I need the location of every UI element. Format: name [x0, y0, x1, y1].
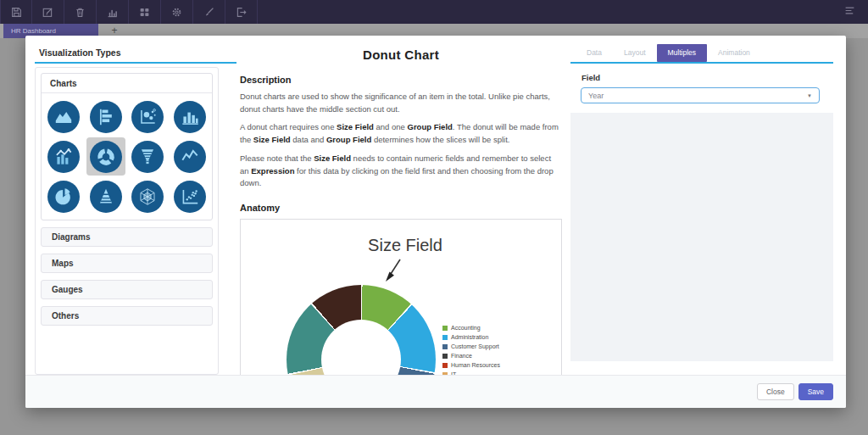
description-heading: Description — [240, 75, 562, 85]
edit-icon — [42, 6, 54, 19]
legend-item: Finance — [442, 351, 500, 360]
settings-tabs: DataLayoutMultiplesAnimation — [570, 39, 833, 64]
field-select-value: Year — [588, 92, 807, 100]
toolbar-icons — [0, 0, 258, 24]
panel-title: Visualization Types — [39, 47, 239, 58]
legend-swatch — [442, 363, 448, 368]
close-button[interactable]: Close — [757, 383, 794, 400]
legend-label: Human Resources — [451, 362, 500, 368]
bar-chart-icon — [106, 6, 119, 19]
grid-icon — [138, 6, 151, 19]
chart-type-scatter-chart[interactable] — [170, 177, 209, 215]
chart-type-pyramid-chart[interactable] — [86, 177, 125, 215]
top-toolbar — [0, 0, 868, 24]
panel-title-underline — [35, 62, 236, 64]
brush-button[interactable] — [193, 0, 225, 24]
legend-swatch — [442, 354, 448, 359]
pyramid-chart-icon — [90, 181, 122, 213]
combo-chart-icon — [47, 141, 80, 173]
callout-arrow-icon — [381, 259, 403, 284]
visualization-dialog: Visualization Types Charts DiagramsMapsG… — [25, 36, 846, 408]
sign-out-icon — [235, 6, 248, 19]
field-select[interactable]: Year ▼ — [581, 87, 820, 103]
gear-icon — [170, 6, 183, 19]
field-label: Field — [581, 73, 833, 82]
chart-type-combo-chart[interactable] — [44, 137, 83, 176]
section-maps[interactable]: Maps — [41, 254, 213, 273]
charts-section: Charts — [41, 73, 213, 220]
tab-animation[interactable]: Animation — [707, 44, 761, 62]
list-icon — [843, 4, 856, 20]
line-chart-icon — [174, 141, 206, 173]
legend-label: Accounting — [451, 325, 481, 331]
collapsed-sections: DiagramsMapsGaugesOthers — [41, 227, 213, 326]
save-button[interactable] — [0, 0, 32, 24]
chart-type-horizontal-bar-chart[interactable] — [86, 98, 125, 136]
description-paragraph: A donut chart requires one Size Field an… — [240, 121, 562, 146]
chart-type-column-chart[interactable] — [170, 98, 209, 136]
legend-label: Administration — [451, 334, 488, 340]
visualization-types-card: Charts DiagramsMapsGaugesOthers — [35, 67, 219, 375]
charts-section-header[interactable]: Charts — [42, 74, 212, 93]
list-icon — [843, 4, 856, 17]
horizontal-bar-chart-icon — [90, 101, 122, 133]
scatter-chart-icon — [174, 181, 206, 213]
radar-chart-icon — [131, 181, 164, 213]
legend-swatch — [442, 344, 448, 349]
brush-icon — [203, 6, 215, 19]
description-paragraph: Please note that the Size Field needs to… — [240, 153, 562, 190]
section-others[interactable]: Others — [41, 306, 213, 326]
legend-item: Human Resources — [442, 360, 500, 370]
chart-type-funnel-chart[interactable] — [128, 137, 167, 176]
chart-type-donut-chart[interactable] — [86, 137, 125, 176]
chart-type-grid — [42, 93, 212, 220]
chart-settings-panel: DataLayoutMultiplesAnimation Field Year … — [570, 39, 833, 361]
tab-data[interactable]: Data — [576, 44, 613, 62]
section-gauges[interactable]: Gauges — [41, 280, 213, 299]
donut-chart-icon — [90, 141, 122, 173]
chart-info-panel: Donut Chart Description Donut charts are… — [240, 36, 562, 404]
size-field-callout-label: Size Field — [368, 236, 442, 255]
save-icon — [10, 6, 23, 19]
gear-button[interactable] — [161, 0, 193, 24]
column-chart-icon — [174, 101, 206, 133]
chart-type-radar-chart[interactable] — [128, 177, 167, 215]
trash-button[interactable] — [64, 0, 97, 24]
legend-item: Customer Support — [442, 342, 500, 351]
dialog-footer: Close Save — [25, 375, 846, 408]
trash-icon — [74, 6, 86, 19]
chart-type-line-chart[interactable] — [170, 137, 209, 176]
chart-type-bubble-chart[interactable] — [128, 98, 167, 136]
area-chart-icon — [47, 101, 80, 133]
chevron-down-icon: ▼ — [807, 93, 812, 98]
legend-swatch — [442, 326, 448, 331]
legend-label: Customer Support — [451, 343, 499, 349]
tab-layout[interactable]: Layout — [613, 44, 657, 62]
edit-button[interactable] — [32, 0, 64, 24]
grid-button[interactable] — [129, 0, 161, 24]
pie-chart-icon — [47, 181, 80, 213]
section-diagrams[interactable]: Diagrams — [41, 227, 213, 247]
legend-label: Finance — [451, 353, 472, 359]
funnel-chart-icon — [131, 141, 164, 173]
toolbar-right-button[interactable] — [838, 4, 860, 20]
legend-item: Administration — [442, 332, 500, 342]
chart-type-area-chart[interactable] — [44, 98, 83, 136]
sign-out-button[interactable] — [225, 0, 258, 24]
settings-panel-body — [570, 113, 833, 361]
page-title: Donut Chart — [240, 47, 562, 62]
anatomy-heading: Anatomy — [240, 203, 562, 213]
visualization-types-panel: Visualization Types Charts DiagramsMapsG… — [34, 36, 239, 375]
legend-swatch — [442, 335, 448, 340]
bar-chart-button[interactable] — [97, 0, 129, 24]
tab-multiples[interactable]: Multiples — [657, 44, 708, 62]
save-button[interactable]: Save — [798, 383, 833, 400]
chart-type-pie-chart[interactable] — [44, 177, 83, 215]
description-paragraph: Donut charts are used to show the signif… — [240, 91, 562, 115]
bubble-chart-icon — [131, 101, 164, 133]
legend-item: Accounting — [442, 323, 500, 332]
description-text: Donut charts are used to show the signif… — [240, 91, 562, 190]
